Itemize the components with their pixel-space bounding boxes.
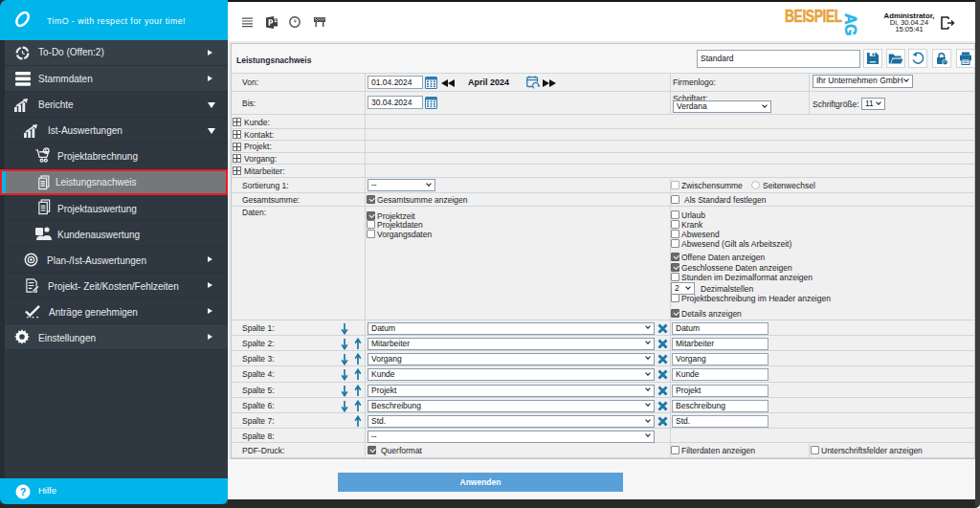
svg-text:$: $	[45, 148, 48, 154]
svg-text:?: ?	[20, 486, 27, 497]
